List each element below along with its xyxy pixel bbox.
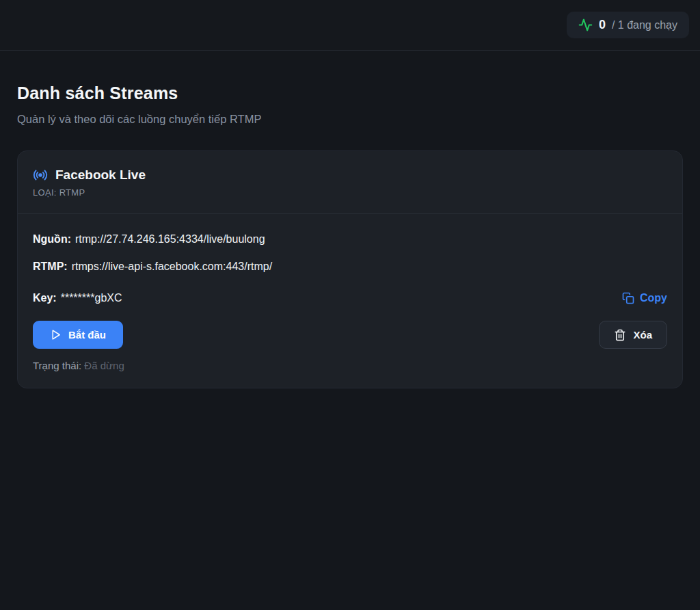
radio-broadcast-icon [33, 168, 48, 183]
source-field-row: Nguồn:rtmp://27.74.246.165:4334/live/buu… [33, 232, 667, 246]
activity-icon [578, 18, 593, 32]
top-bar: 0 / 1 đang chạy [0, 0, 700, 51]
status-row: Trạng thái: Đã dừng [33, 360, 667, 371]
source-label: Nguồn: [33, 233, 71, 245]
start-stream-button[interactable]: Bắt đầu [33, 321, 123, 349]
key-value: ********gbXC [61, 292, 122, 304]
key-field: Key:********gbXC [33, 291, 122, 305]
rtmp-value: rtmps://live-api-s.facebook.com:443/rtmp… [72, 261, 272, 272]
running-total-label: / 1 đang chạy [612, 19, 677, 31]
main-content: Danh sách Streams Quản lý và theo dõi cá… [0, 83, 700, 388]
delete-stream-button[interactable]: Xóa [599, 321, 667, 349]
actions-row: Bắt đầu Xóa [33, 321, 667, 349]
start-button-label: Bắt đầu [68, 329, 106, 341]
source-value: rtmp://27.74.246.165:4334/live/buulong [75, 233, 265, 245]
play-icon [50, 329, 62, 341]
running-count: 0 [599, 18, 606, 32]
status-label: Trạng thái: [33, 360, 81, 371]
page-subtitle: Quản lý và theo dõi các luồng chuyển tiế… [17, 113, 683, 126]
stream-card-header: Facebook Live LOẠI: RTMP [18, 151, 682, 214]
copy-button-label: Copy [640, 292, 667, 304]
key-field-row: Key:********gbXC Copy [33, 291, 667, 305]
rtmp-field-row: RTMP:rtmps://live-api-s.facebook.com:443… [33, 259, 667, 274]
copy-icon [622, 292, 634, 304]
stream-card: Facebook Live LOẠI: RTMP Nguồn:rtmp://27… [17, 150, 683, 388]
rtmp-label: RTMP: [33, 261, 68, 272]
rtmp-field: RTMP:rtmps://live-api-s.facebook.com:443… [33, 259, 272, 274]
stream-card-body: Nguồn:rtmp://27.74.246.165:4334/live/buu… [18, 214, 682, 388]
key-label: Key: [33, 292, 57, 304]
source-field: Nguồn:rtmp://27.74.246.165:4334/live/buu… [33, 232, 265, 246]
stream-type-label: LOẠI: RTMP [33, 187, 667, 198]
stream-name: Facebook Live [55, 168, 146, 183]
trash-icon [614, 329, 626, 341]
status-value: Đã dừng [84, 360, 124, 371]
copy-key-button[interactable]: Copy [622, 292, 667, 304]
running-streams-badge: 0 / 1 đang chạy [567, 12, 689, 38]
page-title: Danh sách Streams [17, 83, 683, 103]
delete-button-label: Xóa [633, 329, 652, 341]
